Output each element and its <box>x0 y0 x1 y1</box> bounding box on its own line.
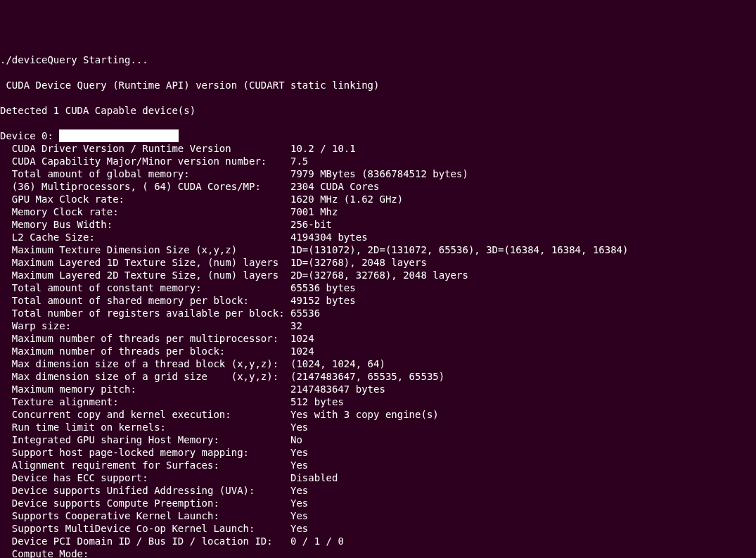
prop-value: 1620 MHz (1.62 GHz) <box>290 194 403 205</box>
prop-value: Yes with 3 copy engine(s) <box>290 409 439 420</box>
prop-label: Maximum number of threads per block: <box>0 345 290 357</box>
prop-value: Yes <box>290 497 308 509</box>
prop-row: Device supports Unified Addressing (UVA)… <box>0 484 756 497</box>
prop-value: (2147483647, 65535, 65535) <box>290 371 444 382</box>
starting-line: ./deviceQuery Starting... <box>0 54 148 65</box>
prop-label: Integrated GPU sharing Host Memory: <box>0 433 290 446</box>
prop-value: 4194304 bytes <box>290 232 368 243</box>
prop-value: 10.2 / 10.1 <box>290 143 356 154</box>
prop-label: Alignment requirement for Surfaces: <box>0 459 290 471</box>
prop-label: Maximum memory pitch: <box>0 383 290 395</box>
prop-value: Yes <box>290 459 308 471</box>
prop-label: Maximum Layered 1D Texture Size, (num) l… <box>0 256 290 269</box>
prop-value: (1024, 1024, 64) <box>290 358 385 369</box>
prop-value: 2147483647 bytes <box>290 383 385 395</box>
prop-row: Total number of registers available per … <box>0 307 756 319</box>
detected-line: Detected 1 CUDA Capable device(s) <box>0 105 196 116</box>
prop-label: (36) Multiprocessors, ( 64) CUDA Cores/M… <box>0 180 290 193</box>
prop-label: Device PCI Domain ID / Bus ID / location… <box>0 535 290 547</box>
prop-value: 7001 Mhz <box>290 206 338 217</box>
terminal-output[interactable]: ./deviceQuery Starting... CUDA Device Qu… <box>0 53 756 558</box>
prop-row: Maximum memory pitch: 2147483647 bytes <box>0 383 756 395</box>
device-properties: CUDA Driver Version / Runtime Version 10… <box>0 142 756 547</box>
prop-row: Texture alignment: 512 bytes <box>0 395 756 408</box>
prop-label: Supports Cooperative Kernel Launch: <box>0 509 290 522</box>
prop-row: Total amount of constant memory: 65536 b… <box>0 281 756 294</box>
prop-value: Yes <box>290 523 308 534</box>
prop-value: 49152 bytes <box>290 295 356 306</box>
prop-value: 1D=(131072), 2D=(131072, 65536), 3D=(163… <box>290 244 628 255</box>
prop-value: 65536 <box>290 307 320 319</box>
prop-row: Maximum number of threads per multiproce… <box>0 332 756 345</box>
prop-label: Max dimension size of a thread block (x,… <box>0 357 290 370</box>
prop-value: 7.5 <box>290 156 308 167</box>
prop-row: CUDA Driver Version / Runtime Version 10… <box>0 142 756 155</box>
prop-value: Yes <box>290 485 308 496</box>
prop-label: L2 Cache Size: <box>0 231 290 243</box>
prop-row: Memory Clock rate: 7001 Mhz <box>0 205 756 218</box>
prop-value: Yes <box>290 421 308 433</box>
prop-row: Device supports Compute Preemption: Yes <box>0 497 756 509</box>
prop-row: Maximum Texture Dimension Size (x,y,z) 1… <box>0 243 756 256</box>
prop-label: Device has ECC support: <box>0 471 290 484</box>
prop-label: Total amount of global memory: <box>0 167 290 180</box>
prop-label: Total number of registers available per … <box>0 307 290 319</box>
prop-row: Integrated GPU sharing Host Memory: No <box>0 433 756 446</box>
prop-label: Max dimension size of a grid size (x,y,z… <box>0 370 290 383</box>
prop-label: Total amount of shared memory per block: <box>0 294 290 307</box>
prop-value: 0 / 1 / 0 <box>290 535 344 547</box>
prop-row: Run time limit on kernels: Yes <box>0 421 756 433</box>
redacted-device-name <box>59 129 179 142</box>
prop-value: Disabled <box>290 472 338 483</box>
prop-value: 256-bit <box>290 219 332 230</box>
prop-value: 1024 <box>290 345 314 357</box>
prop-row: Device has ECC support: Disabled <box>0 471 756 484</box>
prop-label: Run time limit on kernels: <box>0 421 290 433</box>
prop-row: Total amount of shared memory per block:… <box>0 294 756 307</box>
prop-label: Memory Bus Width: <box>0 218 290 231</box>
prop-label: CUDA Capability Major/Minor version numb… <box>0 155 290 167</box>
prop-label: Texture alignment: <box>0 395 290 408</box>
prop-value: 65536 bytes <box>290 282 356 293</box>
prop-row: CUDA Capability Major/Minor version numb… <box>0 155 756 167</box>
prop-row: (36) Multiprocessors, ( 64) CUDA Cores/M… <box>0 180 756 193</box>
prop-row: Max dimension size of a thread block (x,… <box>0 357 756 370</box>
prop-label: Total amount of constant memory: <box>0 281 290 294</box>
prop-value: 7979 MBytes (8366784512 bytes) <box>290 168 468 179</box>
prop-value: 32 <box>290 320 302 331</box>
prop-row: Total amount of global memory: 7979 MByt… <box>0 167 756 180</box>
device-prefix: Device 0: <box>0 130 59 141</box>
runtime-api-line: CUDA Device Query (Runtime API) version … <box>0 80 379 91</box>
prop-label: Concurrent copy and kernel execution: <box>0 408 290 421</box>
prop-label: Maximum Texture Dimension Size (x,y,z) <box>0 243 290 256</box>
prop-row: Maximum Layered 1D Texture Size, (num) l… <box>0 256 756 269</box>
prop-row: Max dimension size of a grid size (x,y,z… <box>0 370 756 383</box>
prop-label: CUDA Driver Version / Runtime Version <box>0 142 290 155</box>
prop-row: Supports Cooperative Kernel Launch: Yes <box>0 509 756 522</box>
prop-value: 1D=(32768), 2048 layers <box>290 257 427 268</box>
prop-row: Device PCI Domain ID / Bus ID / location… <box>0 535 756 547</box>
prop-value: Yes <box>290 447 308 458</box>
prop-row: Alignment requirement for Surfaces: Yes <box>0 459 756 471</box>
prop-value: No <box>290 434 302 445</box>
prop-label: Device supports Unified Addressing (UVA)… <box>0 484 290 497</box>
prop-row: Concurrent copy and kernel execution: Ye… <box>0 408 756 421</box>
prop-value: 512 bytes <box>290 396 344 407</box>
prop-label: Maximum Layered 2D Texture Size, (num) l… <box>0 269 290 281</box>
prop-label: Warp size: <box>0 319 290 332</box>
prop-row: Memory Bus Width: 256-bit <box>0 218 756 231</box>
prop-label: Memory Clock rate: <box>0 205 290 218</box>
prop-label: Supports MultiDevice Co-op Kernel Launch… <box>0 522 290 535</box>
prop-row: Support host page-locked memory mapping:… <box>0 446 756 459</box>
prop-value: 2304 CUDA Cores <box>290 181 379 192</box>
prop-row: L2 Cache Size: 4194304 bytes <box>0 231 756 243</box>
prop-value: Yes <box>290 510 308 521</box>
prop-label: Support host page-locked memory mapping: <box>0 446 290 459</box>
prop-row: Maximum number of threads per block: 102… <box>0 345 756 357</box>
prop-value: 2D=(32768, 32768), 2048 layers <box>290 270 468 281</box>
prop-value: 1024 <box>290 333 314 344</box>
prop-row: Supports MultiDevice Co-op Kernel Launch… <box>0 522 756 535</box>
prop-row: Warp size: 32 <box>0 319 756 332</box>
prop-row: GPU Max Clock rate: 1620 MHz (1.62 GHz) <box>0 193 756 205</box>
prop-label: Maximum number of threads per multiproce… <box>0 332 290 345</box>
